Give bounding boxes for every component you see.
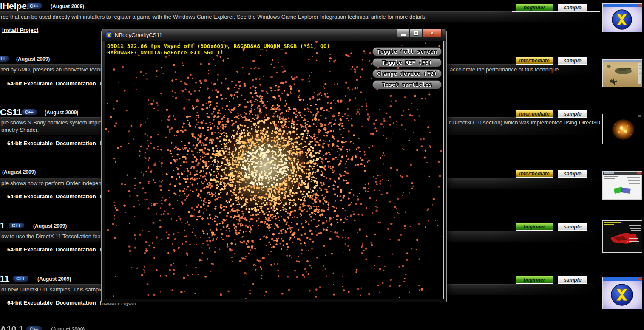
tab-divider bbox=[512, 231, 600, 231]
caption-buttons: ✕ bbox=[397, 29, 442, 37]
cpp-badge: C++ bbox=[26, 326, 42, 330]
minimize-button[interactable] bbox=[397, 29, 410, 37]
cpp-badge: C++ bbox=[13, 276, 28, 282]
difficulty-badge: beginner bbox=[516, 276, 553, 284]
difficulty-badge: intermediate bbox=[516, 57, 553, 65]
tab-divider bbox=[512, 178, 600, 178]
toggle-ref-button[interactable]: Toggle REF (F3) bbox=[372, 58, 442, 67]
documentation-link[interactable]: Documentation bbox=[56, 80, 96, 87]
documentation-link[interactable]: Documentation bbox=[56, 140, 96, 147]
thumbnail-directx-logo[interactable] bbox=[602, 3, 642, 32]
executable-link[interactable]: 64-bit Executable bbox=[7, 193, 53, 200]
thumbnail-terrain-tank[interactable] bbox=[602, 59, 642, 87]
thumbnail-directx-logo[interactable] bbox=[602, 277, 642, 309]
sample-badge: sample bbox=[558, 57, 587, 65]
difficulty-badge: beginner bbox=[516, 4, 553, 11]
tab-divider bbox=[512, 284, 600, 284]
sample-date: (August 2009) bbox=[37, 276, 71, 282]
sample-badge: sample bbox=[558, 4, 587, 11]
tab-divider bbox=[512, 11, 600, 12]
sample-badge: sample bbox=[558, 223, 587, 231]
reset-particles-button[interactable]: Reset particles bbox=[372, 80, 442, 89]
tab-divider bbox=[512, 65, 600, 65]
cpp-badge: C++ bbox=[26, 3, 42, 9]
cpp-badge: C++ bbox=[21, 109, 37, 115]
window-titlebar[interactable]: NBodyGravityCS11 ✕ bbox=[102, 29, 446, 41]
documentation-link[interactable]: Documentation bbox=[56, 246, 96, 253]
sample-description: rce that can be used directly with insta… bbox=[1, 14, 427, 20]
difficulty-badge: intermediate bbox=[516, 170, 553, 178]
sample-badge: sample bbox=[558, 170, 587, 178]
documentation-link[interactable]: Documentation bbox=[56, 299, 96, 306]
minimize-icon bbox=[401, 34, 406, 36]
difficulty-badge: intermediate bbox=[516, 110, 553, 118]
thumbnail-tessellation-mesh[interactable] bbox=[602, 220, 642, 253]
toggle-fullscreen-button[interactable]: Toggle full screen bbox=[372, 47, 442, 56]
sample-badge: sample bbox=[558, 110, 587, 118]
sample-date: (August 2009) bbox=[51, 327, 85, 330]
sample-title: 11 bbox=[0, 274, 9, 284]
directx-icon bbox=[105, 31, 113, 39]
install-project-link[interactable]: Install Project bbox=[2, 27, 38, 33]
nbody-gravity-window: NBodyGravityCS11 ✕ D3D11 322.66 fps Vsyn… bbox=[101, 29, 447, 302]
sample-date: (August 2009) bbox=[16, 56, 50, 62]
sample-title: lHelper bbox=[0, 1, 30, 11]
device-stats-text: HARDWARE: NVIDIA GeForce GTX 560 Ti bbox=[107, 49, 224, 56]
sample-date: (August 2009) bbox=[51, 3, 84, 9]
window-title: NBodyGravityCS11 bbox=[115, 32, 162, 38]
sample-title: 1 bbox=[0, 220, 5, 231]
executable-link[interactable]: 64-bit Executable bbox=[7, 80, 53, 87]
sample-date: (August 2009) bbox=[33, 223, 67, 229]
maximize-button[interactable] bbox=[410, 29, 422, 37]
sample-description-cont: r Direct3D 10 section) which was impleme… bbox=[449, 119, 608, 126]
thumbnail-particle-cluster[interactable] bbox=[602, 114, 642, 144]
thumbnail-oit-window[interactable] bbox=[602, 171, 642, 200]
executable-link[interactable]: 64-bit Executable bbox=[7, 246, 53, 253]
cpp-badge: C++ bbox=[9, 223, 24, 228]
documentation-link[interactable]: Documentation bbox=[56, 193, 96, 200]
maximize-icon bbox=[414, 31, 418, 35]
sample-title: A10.1 bbox=[0, 324, 24, 330]
sample-description-line2: ometry Shader. bbox=[1, 127, 39, 133]
change-device-button[interactable]: Change device (F2) bbox=[372, 69, 442, 78]
close-icon: ✕ bbox=[430, 30, 434, 36]
sample-description-cont: accelerate the performance of this techn… bbox=[450, 66, 560, 73]
cpp-badge: C++ bbox=[0, 56, 9, 62]
sample-date: (August 2009) bbox=[2, 169, 36, 175]
sample-title: CS11 bbox=[0, 107, 22, 117]
close-button[interactable]: ✕ bbox=[422, 29, 442, 37]
fps-stats-text: D3D11 322.66 fps Vsync off (800x600), R8… bbox=[107, 43, 330, 49]
sample-date: (August 2009) bbox=[45, 110, 78, 116]
executable-link[interactable]: 64-bit Executable bbox=[7, 140, 53, 147]
executable-link[interactable]: 64-bit Executable bbox=[7, 299, 53, 306]
sample-badge: sample bbox=[558, 276, 587, 284]
difficulty-badge: beginner bbox=[516, 223, 553, 231]
render-viewport[interactable]: D3D11 322.66 fps Vsync off (800x600), R8… bbox=[105, 41, 444, 299]
tab-divider bbox=[512, 118, 600, 118]
